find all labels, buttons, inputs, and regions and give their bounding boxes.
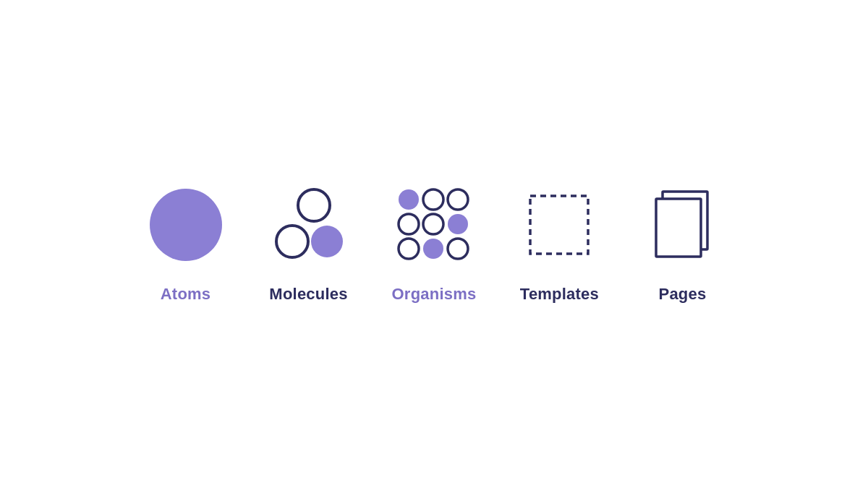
svg-point-8	[448, 214, 468, 234]
atoms-icon-area	[146, 185, 226, 265]
organisms-icon-area	[394, 185, 474, 265]
organisms-item[interactable]: Organisms	[392, 185, 477, 304]
atoms-label: Atoms	[161, 285, 211, 304]
pages-icon-area	[642, 185, 722, 265]
svg-rect-12	[530, 196, 588, 254]
pages-label: Pages	[658, 285, 706, 304]
svg-point-5	[448, 189, 468, 210]
svg-point-2	[311, 226, 343, 257]
svg-point-3	[399, 189, 419, 210]
molecules-label: Molecules	[269, 285, 347, 304]
svg-point-11	[448, 239, 468, 259]
molecules-item[interactable]: Molecules	[269, 185, 349, 304]
templates-icon-area	[519, 185, 599, 265]
atomic-design-diagram: Atoms Molecules	[146, 185, 723, 304]
svg-point-7	[423, 214, 443, 234]
organisms-icon	[396, 187, 472, 262]
atoms-icon	[150, 189, 222, 261]
svg-point-10	[423, 239, 443, 259]
templates-icon	[527, 192, 592, 257]
molecules-icon-area	[269, 185, 349, 265]
templates-label: Templates	[520, 285, 599, 304]
svg-rect-14	[656, 199, 701, 257]
svg-point-4	[423, 189, 443, 210]
molecules-icon	[269, 185, 349, 265]
templates-item[interactable]: Templates	[519, 185, 599, 304]
svg-point-6	[399, 214, 419, 234]
organisms-label: Organisms	[392, 285, 477, 304]
svg-point-9	[399, 239, 419, 259]
pages-icon	[652, 190, 713, 259]
svg-point-1	[276, 226, 308, 257]
pages-item[interactable]: Pages	[642, 185, 722, 304]
svg-point-0	[298, 189, 330, 221]
atoms-item[interactable]: Atoms	[146, 185, 226, 304]
